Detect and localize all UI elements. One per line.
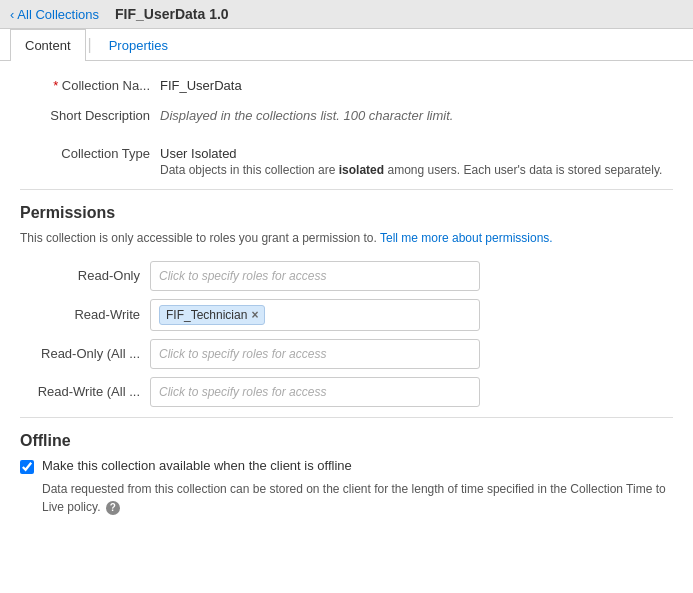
collection-name-row: Collection Na... FIF_UserData — [20, 75, 673, 93]
collection-name-value: FIF_UserData — [160, 75, 673, 93]
collection-type-desc: Data objects in this collection are isol… — [160, 163, 673, 177]
short-description-value: Displayed in the collections list. 100 c… — [160, 105, 673, 123]
read-only-all-placeholder: Click to specify roles for access — [159, 347, 326, 361]
offline-checkbox[interactable] — [20, 460, 34, 474]
page-title: FIF_UserData 1.0 — [115, 6, 229, 22]
main-content: Collection Na... FIF_UserData Short Desc… — [0, 61, 693, 530]
read-only-row: Read-Only Click to specify roles for acc… — [20, 261, 673, 291]
read-only-all-row: Read-Only (All ... Click to specify role… — [20, 339, 673, 369]
permissions-section: Permissions This collection is only acce… — [20, 204, 673, 407]
back-link-label: All Collections — [17, 7, 99, 22]
offline-title: Offline — [20, 432, 673, 450]
permissions-note: This collection is only accessible to ro… — [20, 230, 673, 247]
collection-type-value: User Isolated Data objects in this colle… — [160, 143, 673, 177]
tab-properties[interactable]: Properties — [94, 29, 183, 61]
read-only-placeholder: Click to specify roles for access — [159, 269, 326, 283]
offline-section: Offline Make this collection available w… — [20, 432, 673, 516]
read-write-all-row: Read-Write (All ... Click to specify rol… — [20, 377, 673, 407]
permissions-title: Permissions — [20, 204, 673, 222]
help-icon[interactable]: ? — [106, 501, 120, 515]
section-divider-offline — [20, 417, 673, 418]
offline-note: Data requested from this collection can … — [42, 480, 673, 516]
offline-checkbox-row: Make this collection available when the … — [20, 458, 673, 474]
back-link[interactable]: ‹ All Collections — [10, 7, 99, 22]
header: ‹ All Collections FIF_UserData 1.0 — [0, 0, 693, 29]
short-description-label: Short Description — [20, 105, 160, 123]
read-only-field[interactable]: Click to specify roles for access — [150, 261, 480, 291]
tab-bar: Content | Properties — [0, 29, 693, 61]
read-only-all-field[interactable]: Click to specify roles for access — [150, 339, 480, 369]
read-write-all-placeholder: Click to specify roles for access — [159, 385, 326, 399]
tab-divider: | — [86, 29, 94, 60]
tab-content[interactable]: Content — [10, 29, 86, 61]
offline-checkbox-label: Make this collection available when the … — [42, 458, 352, 473]
collection-type-row: Collection Type User Isolated Data objec… — [20, 143, 673, 177]
short-description-row: Short Description Displayed in the colle… — [20, 105, 673, 123]
permissions-help-link[interactable]: Tell me more about permissions. — [380, 231, 553, 245]
collection-type-label: Collection Type — [20, 143, 160, 161]
section-divider-permissions — [20, 189, 673, 190]
read-write-field[interactable]: FIF_Technician × — [150, 299, 480, 331]
collection-name-label: Collection Na... — [20, 75, 160, 93]
read-write-tag-remove[interactable]: × — [251, 309, 258, 321]
read-write-all-label: Read-Write (All ... — [20, 384, 150, 399]
read-only-label: Read-Only — [20, 268, 150, 283]
read-write-row: Read-Write FIF_Technician × — [20, 299, 673, 331]
read-write-tag: FIF_Technician × — [159, 305, 265, 325]
back-arrow-icon: ‹ — [10, 7, 14, 22]
read-write-label: Read-Write — [20, 307, 150, 322]
read-only-all-label: Read-Only (All ... — [20, 346, 150, 361]
read-write-all-field[interactable]: Click to specify roles for access — [150, 377, 480, 407]
